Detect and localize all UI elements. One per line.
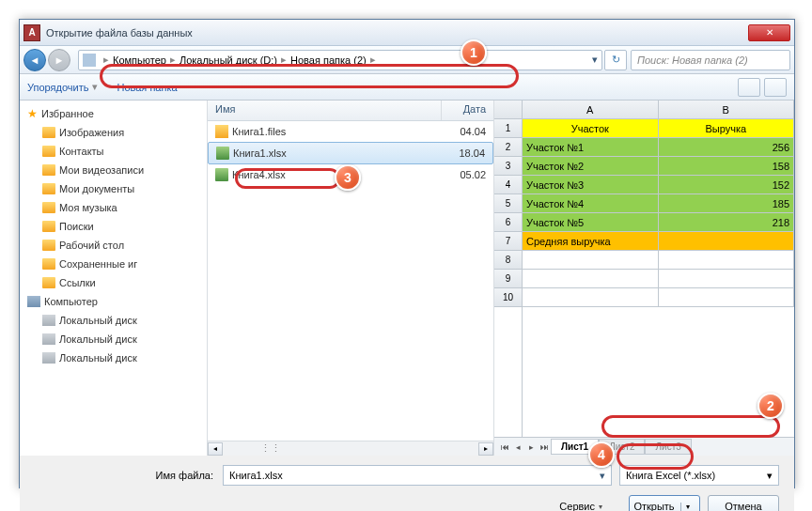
row-number[interactable]: 10 <box>494 288 522 307</box>
chevron-down-icon: ▾ <box>92 81 98 93</box>
computer-icon <box>27 296 40 307</box>
preview-cell[interactable]: 158 <box>659 157 795 176</box>
star-icon: ★ <box>27 106 38 121</box>
sidebar-item[interactable]: Компьютер <box>20 292 207 311</box>
row-number[interactable]: 2 <box>494 138 522 157</box>
preview-cell[interactable] <box>523 251 659 270</box>
file-date: 18.04 <box>443 146 485 161</box>
row-number[interactable]: 5 <box>494 194 522 213</box>
app-icon: A <box>23 24 40 41</box>
sidebar-item-label: Избранное <box>41 106 94 121</box>
tab-next-icon[interactable]: ▸ <box>524 442 538 452</box>
preview-cell[interactable] <box>659 251 795 270</box>
sidebar-item[interactable]: Рабочий стол <box>20 236 207 255</box>
row-number[interactable]: 7 <box>494 232 522 251</box>
annotation-badge: 4 <box>588 441 615 468</box>
preview-cell[interactable]: 218 <box>659 213 795 232</box>
sidebar-item[interactable]: ★Избранное <box>20 104 207 123</box>
refresh-button[interactable]: ↻ <box>604 50 627 70</box>
column-header[interactable]: A <box>523 101 659 119</box>
organize-button[interactable]: Упорядочить▾ <box>27 81 98 93</box>
tab-prev-icon[interactable]: ◂ <box>511 442 524 452</box>
sidebar-item[interactable]: Ссылки <box>20 273 207 292</box>
preview-cell[interactable]: Участок <box>523 119 659 138</box>
sidebar-item[interactable]: Изображения <box>20 123 207 142</box>
filename-label: Имя файла: <box>35 470 223 481</box>
tab-first-icon[interactable]: ⏮ <box>498 442 511 452</box>
chevron-down-icon[interactable]: ▾ <box>767 470 773 482</box>
sidebar-item[interactable]: Локальный диск <box>20 348 207 367</box>
forward-button[interactable]: ► <box>48 49 70 71</box>
sidebar: ★ИзбранноеИзображенияКонтактыМои видеоза… <box>20 101 208 456</box>
cancel-button[interactable]: Отмена <box>708 495 779 511</box>
service-button[interactable]: Сервис▾ <box>559 501 602 511</box>
row-number[interactable]: 4 <box>494 176 522 194</box>
preview-pane: 12345678910 ABУчастокВыручкаУчасток №125… <box>494 101 794 456</box>
preview-cell[interactable] <box>523 288 659 307</box>
sidebar-item-label: Контакты <box>59 144 104 159</box>
computer-icon <box>83 54 96 67</box>
close-button[interactable]: ✕ <box>748 24 790 41</box>
file-icon <box>215 125 228 138</box>
row-number[interactable]: 8 <box>494 251 522 270</box>
file-row[interactable]: Книга1.xlsx18.04 <box>208 142 493 164</box>
file-name: Книга1.files <box>232 124 444 139</box>
filename-input[interactable]: Книга1.xlsx▾ <box>223 465 612 486</box>
chevron-down-icon[interactable]: ▾ <box>600 470 605 482</box>
preview-cell[interactable]: Выручка <box>659 119 795 138</box>
preview-cell[interactable]: Участок №1 <box>523 138 659 157</box>
preview-cell[interactable]: 152 <box>659 176 795 194</box>
chevron-down-icon[interactable]: ▾ <box>592 54 598 66</box>
preview-cell[interactable]: 185 <box>659 194 795 213</box>
row-number[interactable]: 3 <box>494 157 522 176</box>
scroll-left-icon[interactable]: ◂ <box>208 442 223 456</box>
sidebar-item-label: Поиски <box>59 219 94 234</box>
open-button[interactable]: Открыть▾ <box>629 495 700 511</box>
preview-cell[interactable]: Участок №3 <box>523 176 659 194</box>
dialog-title: Открытие файла базы данных <box>46 27 748 39</box>
help-button[interactable] <box>764 78 787 97</box>
sidebar-item[interactable]: Локальный диск <box>20 311 207 330</box>
sidebar-item[interactable]: Моя музыка <box>20 198 207 217</box>
preview-cell[interactable]: 256 <box>659 138 795 157</box>
back-button[interactable]: ◄ <box>23 49 46 71</box>
row-number[interactable]: 1 <box>494 119 522 138</box>
row-number[interactable]: 9 <box>494 270 522 288</box>
chevron-down-icon[interactable]: ▾ <box>680 503 695 511</box>
annotation-ring <box>601 415 780 438</box>
folder-icon <box>42 258 55 270</box>
search-input[interactable]: Поиск: Новая папка (2) <box>631 50 790 70</box>
row-number[interactable]: 6 <box>494 213 522 232</box>
preview-cell[interactable]: Средняя выручка <box>523 232 659 251</box>
sidebar-item[interactable]: Мои видеозаписи <box>20 161 207 179</box>
sidebar-item-label: Сохраненные иг <box>59 256 137 271</box>
sidebar-item-label: Локальный диск <box>59 313 137 328</box>
sidebar-item[interactable]: Локальный диск <box>20 330 207 348</box>
drive-icon <box>42 333 55 345</box>
drive-icon <box>42 315 55 326</box>
sidebar-item[interactable]: Поиски <box>20 217 207 236</box>
preview-cell[interactable] <box>659 232 795 251</box>
horizontal-scrollbar[interactable]: ◂ ⋮⋮ ▸ <box>208 441 493 456</box>
column-header-date[interactable]: Дата <box>442 101 493 120</box>
folder-icon <box>42 164 55 176</box>
preview-cell[interactable] <box>659 288 795 307</box>
sidebar-item[interactable]: Мои документы <box>20 179 207 198</box>
preview-cell[interactable] <box>659 270 795 288</box>
titlebar: A Открытие файла базы данных ✕ <box>20 20 794 46</box>
sidebar-item-label: Мои видеозаписи <box>59 163 144 178</box>
preview-cell[interactable]: Участок №2 <box>523 157 659 176</box>
view-button[interactable] <box>738 78 760 97</box>
preview-cell[interactable] <box>523 270 659 288</box>
column-header[interactable]: B <box>659 101 795 119</box>
file-date: 04.04 <box>444 124 486 139</box>
sidebar-item[interactable]: Сохраненные иг <box>20 255 207 273</box>
column-header-name[interactable]: Имя <box>208 101 442 120</box>
preview-cell[interactable]: Участок №5 <box>523 213 659 232</box>
scroll-right-icon[interactable]: ▸ <box>478 442 493 456</box>
sidebar-item[interactable]: Контакты <box>20 142 207 161</box>
file-row[interactable]: Книга1.files04.04 <box>208 121 493 142</box>
tab-last-icon[interactable]: ⏭ <box>538 442 551 452</box>
sidebar-item-label: Мои документы <box>59 181 134 196</box>
preview-cell[interactable]: Участок №4 <box>523 194 659 213</box>
